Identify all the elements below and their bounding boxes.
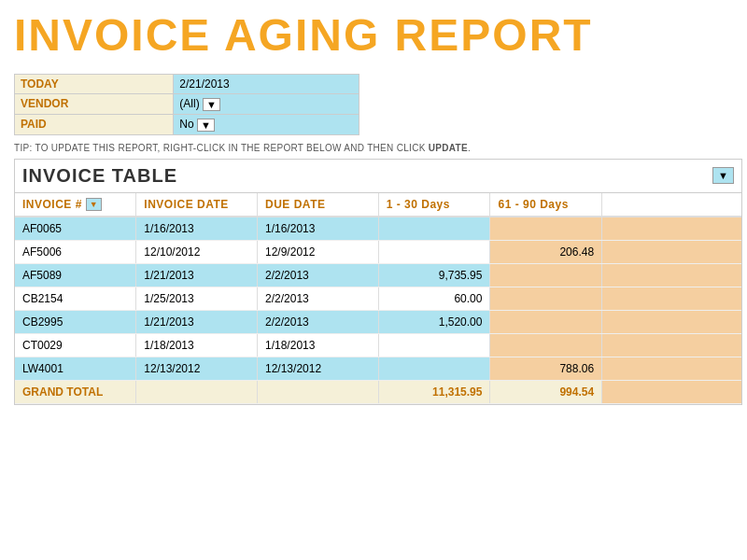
- cell-days-1-30: [378, 357, 490, 380]
- cell-extra: [602, 240, 741, 263]
- grand-total-days-61-90: 994.54: [490, 380, 602, 403]
- col-invoice-date: INVOICE DATE: [136, 193, 258, 217]
- paid-dropdown[interactable]: ▼: [197, 119, 215, 132]
- cell-days-1-30: [378, 333, 490, 357]
- vendor-label: VENDOR: [15, 94, 174, 115]
- cell-invoice-date: 12/10/2012: [136, 240, 258, 263]
- cell-days-61-90: [490, 263, 602, 287]
- cell-invoice-num: CB2154: [15, 287, 136, 310]
- cell-invoice-date: 12/13/2012: [136, 357, 258, 380]
- cell-invoice-date: 1/21/2013: [136, 263, 258, 287]
- col-extra: [602, 193, 741, 217]
- table-row: CB21541/25/20132/2/201360.00: [15, 287, 741, 310]
- filter-row-today: TODAY 2/21/2013: [15, 75, 359, 94]
- today-label: TODAY: [15, 75, 174, 94]
- paid-label: PAID: [15, 114, 174, 134]
- cell-due-date: 12/9/2012: [258, 240, 379, 263]
- cell-invoice-num: AF0065: [15, 217, 136, 241]
- cell-days-1-30: [378, 217, 490, 241]
- table-row: CT00291/18/20131/18/2013: [15, 333, 741, 357]
- cell-days-61-90: [490, 287, 602, 310]
- filter-table: TODAY 2/21/2013 VENDOR (All) ▼ PAID No ▼: [14, 74, 359, 135]
- col-due-date: DUE DATE: [258, 193, 379, 217]
- data-table: INVOICE # ▼ INVOICE DATE DUE DATE 1 - 30…: [15, 193, 741, 404]
- invoice-table-header: INVOICE TABLE ▼: [15, 160, 741, 193]
- invoice-table-title: INVOICE TABLE: [22, 165, 177, 187]
- table-row: AF50891/21/20132/2/20139,735.95: [15, 263, 741, 287]
- cell-invoice-date: 1/25/2013: [136, 287, 258, 310]
- cell-invoice-num: LW4001: [15, 357, 136, 380]
- cell-days-61-90: [490, 333, 602, 357]
- cell-due-date: 2/2/2013: [258, 263, 379, 287]
- table-row: AF00651/16/20131/16/2013: [15, 217, 741, 241]
- cell-invoice-num: AF5089: [15, 263, 136, 287]
- invoice-num-filter[interactable]: ▼: [86, 198, 102, 211]
- invoice-outer: INVOICE TABLE ▼ INVOICE # ▼ INVOICE DATE…: [14, 159, 742, 405]
- vendor-value[interactable]: (All) ▼: [174, 94, 359, 115]
- cell-invoice-num: CB2995: [15, 310, 136, 333]
- cell-days-1-30: 60.00: [378, 287, 490, 310]
- grand-total-invoice-date: [136, 380, 258, 403]
- vendor-value-text: (All): [179, 97, 199, 110]
- table-row: LW400112/13/201212/13/2012788.06: [15, 357, 741, 380]
- filter-row-paid: PAID No ▼: [15, 114, 359, 134]
- paid-value[interactable]: No ▼: [174, 114, 359, 134]
- table-row: AF500612/10/201212/9/2012206.48: [15, 240, 741, 263]
- cell-invoice-date: 1/18/2013: [136, 333, 258, 357]
- paid-value-text: No: [179, 118, 193, 131]
- cell-extra: [602, 333, 741, 357]
- report-title: INVOICE AGING REPORT: [14, 9, 733, 61]
- table-row: CB29951/21/20132/2/20131,520.00: [15, 310, 741, 333]
- cell-due-date: 2/2/2013: [258, 287, 379, 310]
- grand-total-days-1-30: 11,315.95: [378, 380, 490, 403]
- cell-extra: [602, 287, 741, 310]
- cell-invoice-num: AF5006: [15, 240, 136, 263]
- grand-total-row: GRAND TOTAL 11,315.95 994.54: [15, 380, 741, 403]
- cell-days-61-90: [490, 217, 602, 241]
- cell-invoice-date: 1/16/2013: [136, 217, 258, 241]
- cell-due-date: 1/18/2013: [258, 333, 379, 357]
- filter-row-vendor: VENDOR (All) ▼: [15, 94, 359, 115]
- today-value: 2/21/2013: [174, 75, 359, 94]
- grand-total-label: GRAND TOTAL: [15, 380, 136, 403]
- col-invoice-num: INVOICE # ▼: [15, 193, 136, 217]
- cell-extra: [602, 357, 741, 380]
- grand-total-due-date: [258, 380, 379, 403]
- col-days-61-90: 61 - 90 Days: [490, 193, 602, 217]
- cell-days-61-90: 206.48: [490, 240, 602, 263]
- col-days-1-30: 1 - 30 Days: [378, 193, 490, 217]
- cell-days-61-90: 788.06: [490, 357, 602, 380]
- cell-due-date: 12/13/2012: [258, 357, 379, 380]
- cell-invoice-date: 1/21/2013: [136, 310, 258, 333]
- tip-text: TIP: TO UPDATE THIS REPORT, RIGHT-CLICK …: [14, 143, 733, 153]
- table-header-row: INVOICE # ▼ INVOICE DATE DUE DATE 1 - 30…: [15, 193, 741, 217]
- cell-days-1-30: 9,735.95: [378, 263, 490, 287]
- cell-extra: [602, 310, 741, 333]
- grand-total-extra: [602, 380, 741, 403]
- cell-extra: [602, 217, 741, 241]
- vendor-dropdown[interactable]: ▼: [203, 98, 220, 111]
- cell-due-date: 1/16/2013: [258, 217, 379, 241]
- cell-days-1-30: [378, 240, 490, 263]
- cell-days-61-90: [490, 310, 602, 333]
- table-header-dropdown[interactable]: ▼: [712, 167, 734, 184]
- cell-days-1-30: 1,520.00: [378, 310, 490, 333]
- cell-due-date: 2/2/2013: [258, 310, 379, 333]
- cell-extra: [602, 263, 741, 287]
- cell-invoice-num: CT0029: [15, 333, 136, 357]
